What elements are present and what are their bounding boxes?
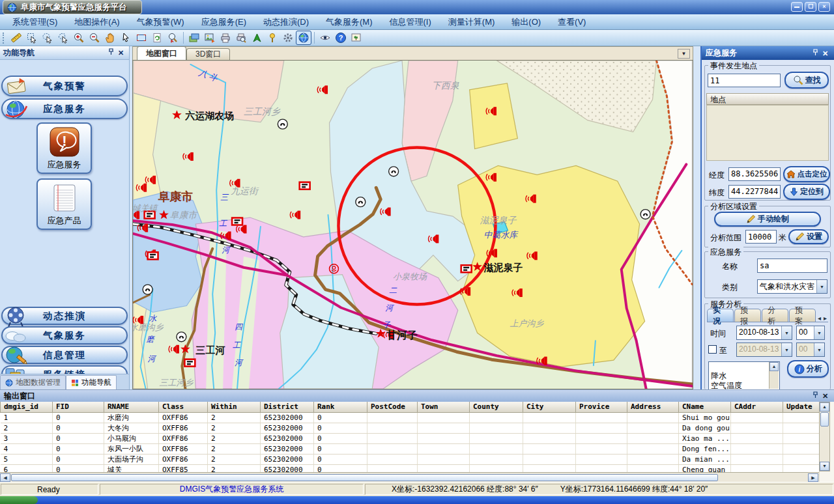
close-button[interactable]: × xyxy=(818,2,830,12)
minimize-button[interactable] xyxy=(791,2,803,12)
table-row[interactable]: 20大冬沟OXFF8626523020000Da dong gou xyxy=(1,423,820,433)
identify-icon[interactable] xyxy=(165,31,180,45)
scroll-down-icon[interactable]: ▼ xyxy=(820,462,829,471)
scene-icon[interactable] xyxy=(349,31,364,45)
longitude-value[interactable]: 88.3625506 xyxy=(728,167,781,181)
select-free-icon[interactable] xyxy=(40,31,55,45)
help-icon[interactable]: ? xyxy=(333,31,349,45)
column-header-Within[interactable]: Within xyxy=(208,402,261,412)
refresh-icon[interactable] xyxy=(149,31,165,45)
tab-scroll-left-icon[interactable]: ◂ xyxy=(816,315,822,322)
scroll-right-icon[interactable]: ▶ xyxy=(808,473,818,482)
sidebar-item-气象预警[interactable]: 气象预警 xyxy=(1,76,128,96)
menu-item-8[interactable]: 输出(O) xyxy=(503,14,549,30)
service-name-input[interactable] xyxy=(757,259,827,273)
restore-button[interactable] xyxy=(805,2,816,12)
zoom-in-icon[interactable] xyxy=(71,31,87,45)
settings-icon[interactable] xyxy=(280,31,296,45)
column-header-Update[interactable]: Update xyxy=(783,402,820,412)
menu-item-5[interactable]: 气象服务(M) xyxy=(317,14,381,30)
menu-item-0[interactable]: 系统管理(S) xyxy=(4,14,66,30)
menu-item-6[interactable]: 信息管理(I) xyxy=(381,14,440,30)
goto-location-button[interactable]: 定位到 xyxy=(783,184,830,200)
dropdown-arrow-icon[interactable]: ▼ xyxy=(781,326,792,339)
map-tab-地图窗口[interactable]: 地图窗口 xyxy=(137,46,186,60)
to-date-checkbox[interactable] xyxy=(708,345,717,354)
hour2-select[interactable]: 00 ▼ xyxy=(796,343,825,357)
select-rect-icon[interactable] xyxy=(24,31,40,45)
pan-icon[interactable] xyxy=(102,31,118,45)
taskbar[interactable] xyxy=(0,496,834,504)
sidebar-item-动态推演[interactable]: 动态推演 xyxy=(1,307,128,325)
layers-icon[interactable] xyxy=(186,31,202,45)
scroll-up-icon[interactable]: ▲ xyxy=(769,362,779,371)
menu-item-3[interactable]: 应急服务(E) xyxy=(193,14,255,30)
scroll-left-icon[interactable]: ◀ xyxy=(0,473,10,482)
measure-icon[interactable] xyxy=(8,31,24,45)
column-header-PostCode[interactable]: PostCode xyxy=(367,402,418,412)
column-header-Town[interactable]: Town xyxy=(418,402,470,412)
column-header-Address[interactable]: Address xyxy=(627,402,679,412)
select-poly-icon[interactable] xyxy=(55,31,71,45)
close-panel-icon[interactable]: ✕ xyxy=(116,48,126,57)
close-panel-icon[interactable]: ✕ xyxy=(820,49,830,58)
table-row[interactable]: 50大面场子沟OXFF8626523020000Da mian ... xyxy=(1,454,820,464)
date2-select[interactable]: 2010-08-13 ▼ xyxy=(736,343,792,357)
dropdown-arrow-icon[interactable]: ▼ xyxy=(814,326,824,339)
table-row[interactable]: 40东风一小队OXFF8626523020000Dong fen... xyxy=(1,443,820,454)
navigate-icon[interactable] xyxy=(249,31,265,45)
latitude-value[interactable]: 44.2277844 xyxy=(728,185,781,199)
print-icon[interactable] xyxy=(218,31,233,45)
menu-item-7[interactable]: 测量计算(M) xyxy=(440,14,504,30)
pin-icon[interactable] xyxy=(106,48,116,57)
table-row[interactable]: 30小马厩沟OXFF8626523020000Xiao ma ... xyxy=(1,433,820,443)
full-extent-icon[interactable] xyxy=(134,31,149,45)
place-list[interactable] xyxy=(706,105,829,161)
manual-draw-button[interactable]: 手动绘制 xyxy=(714,212,821,227)
start-button[interactable] xyxy=(0,496,38,504)
analysis-tab-预报[interactable]: 预报 xyxy=(734,309,761,322)
menu-item-1[interactable]: 地图操作(A) xyxy=(66,14,128,30)
emergency-globe-icon[interactable] xyxy=(296,31,311,45)
print-preview-icon[interactable] xyxy=(233,31,249,45)
pin-icon[interactable] xyxy=(811,49,820,58)
search-button[interactable]: 查找 xyxy=(784,72,829,89)
column-header-Provice[interactable]: Provice xyxy=(576,402,627,412)
location-query-input[interactable] xyxy=(708,74,781,87)
list-scrollbar[interactable]: ▲ xyxy=(769,362,779,389)
click-locate-button[interactable]: 点击定位 xyxy=(783,166,830,182)
table-row[interactable]: 10水磨沟OXFF8626523020000Shui mo gou xyxy=(1,412,820,423)
tab-list-dropdown[interactable]: ▼ xyxy=(678,49,690,59)
toolbar-grip[interactable] xyxy=(3,33,6,44)
place-list-header[interactable]: 地点 xyxy=(706,93,829,105)
analysis-tab-实况[interactable]: 实况 xyxy=(707,309,734,322)
close-panel-icon[interactable]: ✕ xyxy=(820,391,830,400)
column-header-District[interactable]: District xyxy=(261,402,314,412)
big-button-应急服务[interactable]: !应急服务 xyxy=(36,122,92,174)
column-header-dmgis_id[interactable]: dmgis_id xyxy=(1,402,53,412)
analyze-button[interactable]: i 分析 xyxy=(787,360,829,378)
sidebar-item-信息管理[interactable]: 信息管理 xyxy=(1,346,128,364)
map-tab-3D窗口[interactable]: 3D窗口 xyxy=(186,48,230,60)
sidebar-item-气象服务[interactable]: 气象服务 xyxy=(1,326,128,344)
date-select[interactable]: 2010-08-13 ▼ xyxy=(736,326,792,340)
dropdown-arrow-icon[interactable]: ▼ xyxy=(816,280,827,293)
output-horizontal-scrollbar[interactable]: ◀ ▶ xyxy=(0,472,819,482)
analysis-tab-预案[interactable]: 预案 xyxy=(789,309,816,322)
set-range-button[interactable]: 设置 xyxy=(788,229,829,244)
export-image-icon[interactable] xyxy=(202,31,218,45)
scroll-up-icon[interactable]: ▲ xyxy=(820,402,829,412)
menu-item-4[interactable]: 动态推演(D) xyxy=(255,14,317,30)
column-header-Class[interactable]: Class xyxy=(159,402,208,412)
map-canvas[interactable]: 八 斗六运湖农场三工河乡下西泉九运街城关镇阜康市阜康市水磨沟乡三工河乡小泉牧场滋… xyxy=(132,60,693,389)
sidebar-item-应急服务[interactable]: 应急服务 xyxy=(1,98,128,119)
eye-icon[interactable] xyxy=(317,31,333,45)
pin-icon[interactable] xyxy=(811,391,820,400)
panel-tab-功能导航[interactable]: 功能导航 xyxy=(66,375,117,389)
column-header-CName[interactable]: CName xyxy=(679,402,731,412)
column-header-FID[interactable]: FID xyxy=(53,402,104,412)
big-button-应急产品[interactable]: 应急产品 xyxy=(36,178,92,230)
analysis-tab-分析[interactable]: 分析 xyxy=(762,309,788,322)
range-input[interactable] xyxy=(745,230,777,244)
output-vertical-scrollbar[interactable]: ▲ ▼ xyxy=(819,402,830,471)
